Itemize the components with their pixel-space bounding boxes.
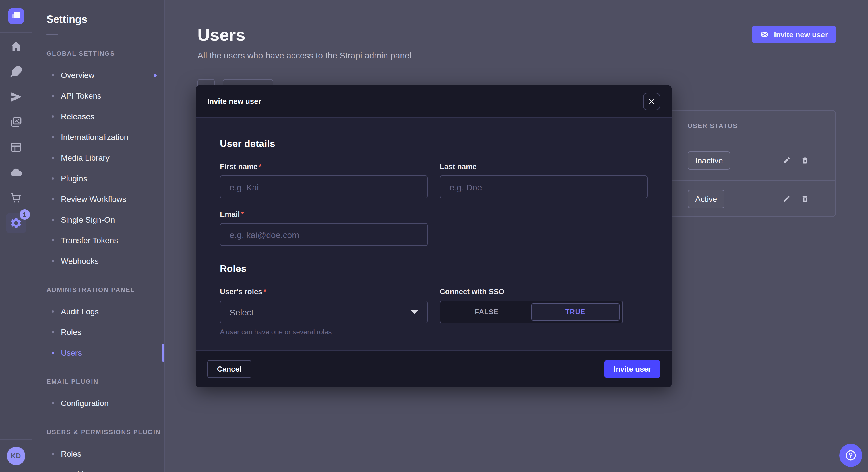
user-details-heading: User details [220, 138, 648, 150]
invite-user-submit-button[interactable]: Invite user [604, 360, 660, 378]
required-mark: * [259, 162, 262, 171]
required-mark: * [264, 287, 267, 296]
users-roles-label: User's roles* [220, 287, 428, 296]
chevron-down-icon [411, 310, 418, 314]
close-button[interactable] [643, 93, 660, 110]
email-label: Email* [220, 210, 428, 218]
sso-toggle: FALSE TRUE [440, 301, 623, 324]
first-name-label: First name* [220, 162, 428, 171]
sso-option-false[interactable]: FALSE [443, 303, 531, 321]
first-name-field[interactable] [220, 175, 428, 198]
required-mark: * [241, 210, 244, 218]
close-icon [648, 98, 655, 105]
modal-title: Invite new user [207, 97, 261, 105]
sso-option-true[interactable]: TRUE [531, 303, 620, 321]
modal-header: Invite new user [196, 86, 672, 117]
sso-label: Connect with SSO [440, 287, 648, 296]
select-value: Select [229, 307, 253, 317]
sso-fieldset: Connect with SSO FALSE TRUE [440, 287, 648, 336]
users-roles-fieldset: User's roles* Select A user can have one… [220, 287, 428, 336]
last-name-field[interactable] [440, 175, 648, 198]
invite-new-user-modal: Invite new user User details First name* [196, 86, 672, 387]
email-fieldset: Email* [220, 210, 428, 246]
email-field[interactable] [220, 223, 428, 246]
roles-helper-text: A user can have one or several roles [220, 328, 428, 336]
modal-footer: Cancel Invite user [196, 350, 672, 387]
cancel-button[interactable]: Cancel [207, 360, 251, 378]
modal-body: User details First name* Last name [196, 117, 672, 350]
roles-heading: Roles [220, 263, 648, 275]
first-name-fieldset: First name* [220, 162, 428, 198]
users-roles-select[interactable]: Select [220, 301, 428, 324]
strapi-admin-app: 1 KD Settings GLOBAL SETTINGS Overview A… [0, 0, 868, 472]
last-name-fieldset: Last name [440, 162, 648, 198]
last-name-label: Last name [440, 162, 648, 171]
